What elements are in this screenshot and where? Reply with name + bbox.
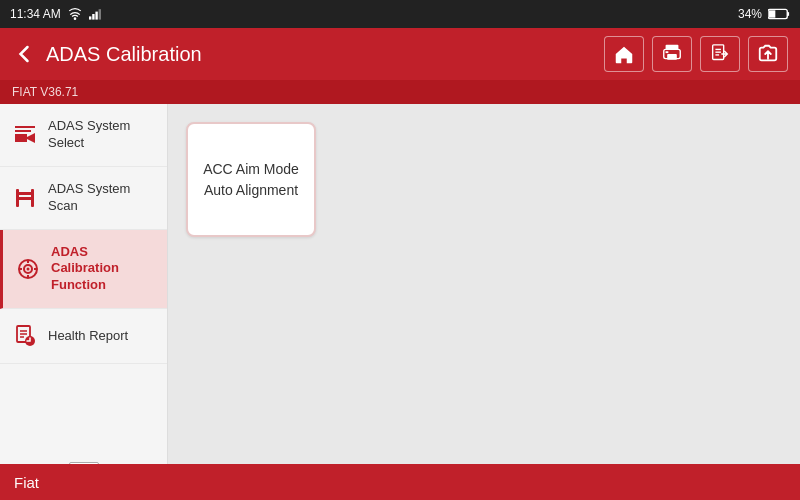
adas-scan-icon xyxy=(12,185,38,211)
battery-display: 34% xyxy=(738,7,762,21)
svg-rect-3 xyxy=(98,9,100,19)
bottom-bar: Fiat xyxy=(0,464,800,500)
svg-rect-18 xyxy=(16,189,19,207)
main-layout: ADAS System Select ADAS System Scan xyxy=(0,104,800,500)
adas-system-select-label: ADAS System Select xyxy=(48,118,155,152)
svg-rect-11 xyxy=(667,55,676,60)
status-left: 11:34 AM xyxy=(10,7,105,21)
wifi-icon xyxy=(67,8,83,20)
svg-point-22 xyxy=(27,267,30,270)
export-button[interactable] xyxy=(748,36,788,72)
bottom-bar-text: Fiat xyxy=(14,474,39,491)
version-text: FIAT V36.71 xyxy=(12,85,78,99)
document-button[interactable] xyxy=(700,36,740,72)
adas-select-icon xyxy=(12,122,38,148)
sidebar-item-health-report[interactable]: Health Report xyxy=(0,309,167,364)
header-left: ADAS Calibration xyxy=(12,42,202,66)
battery-icon xyxy=(768,8,790,20)
home-button[interactable] xyxy=(604,36,644,72)
header: ADAS Calibration xyxy=(0,28,800,80)
back-button[interactable] xyxy=(12,42,36,66)
sidebar-item-adas-system-select[interactable]: ADAS System Select xyxy=(0,104,167,167)
status-bar: 11:34 AM 34% xyxy=(0,0,800,28)
adas-calibration-icon xyxy=(15,256,41,282)
adas-system-scan-label: ADAS System Scan xyxy=(48,181,155,215)
status-right: 34% xyxy=(738,7,790,21)
header-actions xyxy=(604,36,788,72)
health-report-label: Health Report xyxy=(48,328,128,345)
signal-icon xyxy=(89,8,105,20)
svg-rect-2 xyxy=(95,12,97,20)
sidebar-item-adas-system-scan[interactable]: ADAS System Scan xyxy=(0,167,167,230)
sidebar-item-adas-calibration-function[interactable]: ADAS Calibration Function xyxy=(0,230,167,310)
svg-rect-10 xyxy=(666,51,669,53)
adas-calibration-function-label: ADAS Calibration Function xyxy=(51,244,155,295)
health-report-icon xyxy=(12,323,38,349)
version-bar: FIAT V36.71 xyxy=(0,80,800,104)
svg-rect-0 xyxy=(89,16,91,19)
svg-rect-19 xyxy=(31,189,34,207)
header-title: ADAS Calibration xyxy=(46,43,202,66)
content-area: ACC Aim ModeAuto Alignment xyxy=(168,104,800,500)
sidebar: ADAS System Select ADAS System Scan xyxy=(0,104,168,500)
svg-rect-5 xyxy=(769,10,775,17)
time-display: 11:34 AM xyxy=(10,7,61,21)
print-button[interactable] xyxy=(652,36,692,72)
acc-aim-mode-card[interactable]: ACC Aim ModeAuto Alignment xyxy=(186,122,316,237)
acc-aim-mode-label: ACC Aim ModeAuto Alignment xyxy=(203,159,299,201)
svg-rect-1 xyxy=(92,14,94,20)
